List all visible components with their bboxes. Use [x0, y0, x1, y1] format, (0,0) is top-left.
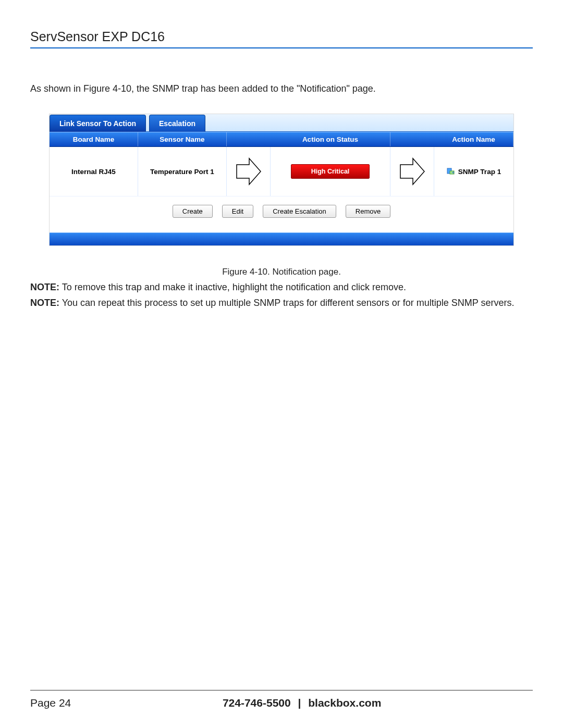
snmp-trap-icon — [447, 167, 455, 177]
create-button[interactable]: Create — [173, 205, 213, 218]
note-label: NOTE: — [30, 282, 59, 292]
column-header-row: Board Name Sensor Name Action on Status … — [50, 132, 513, 147]
cell-sensor-name: Temperature Port 1 — [138, 147, 227, 196]
page-footer: Page 24 724-746-5500 | blackbox.com — [30, 690, 533, 709]
remove-button[interactable]: Remove — [346, 205, 390, 218]
table-row[interactable]: Internal RJ45 Temperature Port 1 High Cr… — [50, 147, 513, 196]
note-2: NOTE: You can repeat this process to set… — [30, 296, 533, 311]
edit-button[interactable]: Edit — [222, 205, 253, 218]
screenshot-notification-page: Link Sensor To Action Escalation Board N… — [49, 114, 514, 246]
note-text: To remove this trap and make it inactive… — [59, 282, 406, 292]
screenshot-bottom-bar — [50, 232, 513, 245]
intro-paragraph: As shown in Figure 4-10, the SNMP trap h… — [30, 82, 533, 96]
action-name-label: SNMP Trap 1 — [458, 168, 501, 176]
col-header-action-name: Action Name — [434, 132, 513, 146]
figure-caption: Figure 4-10. Notification page. — [30, 267, 533, 277]
note-1: NOTE: To remove this trap and make it in… — [30, 280, 533, 295]
status-badge: High Critical — [291, 164, 370, 179]
cell-action-name: SNMP Trap 1 — [434, 147, 513, 196]
footer-phone: 724-746-5500 — [223, 697, 291, 709]
note-text: You can repeat this process to set up mu… — [59, 298, 514, 308]
col-header-board-name: Board Name — [50, 132, 138, 146]
arrow-icon — [390, 147, 434, 196]
arrow-icon — [227, 147, 271, 196]
page-title: ServSensor EXP DC16 — [30, 29, 533, 48]
create-escalation-button[interactable]: Create Escalation — [263, 205, 336, 218]
footer-site: blackbox.com — [308, 697, 381, 709]
page-number: Page 24 — [30, 697, 71, 709]
col-header-action-status: Action on Status — [271, 132, 390, 146]
tab-bar: Link Sensor To Action Escalation — [50, 114, 513, 132]
tab-escalation[interactable]: Escalation — [149, 115, 205, 132]
cell-action-on-status: High Critical — [271, 147, 390, 196]
col-header-spacer — [227, 132, 271, 146]
col-header-spacer — [390, 132, 434, 146]
cell-board-name: Internal RJ45 — [50, 147, 138, 196]
footer-separator: | — [298, 697, 301, 709]
note-label: NOTE: — [30, 298, 59, 308]
button-row: Create Edit Create Escalation Remove — [50, 196, 513, 232]
tab-link-sensor-to-action[interactable]: Link Sensor To Action — [50, 115, 146, 132]
col-header-sensor-name: Sensor Name — [138, 132, 227, 146]
